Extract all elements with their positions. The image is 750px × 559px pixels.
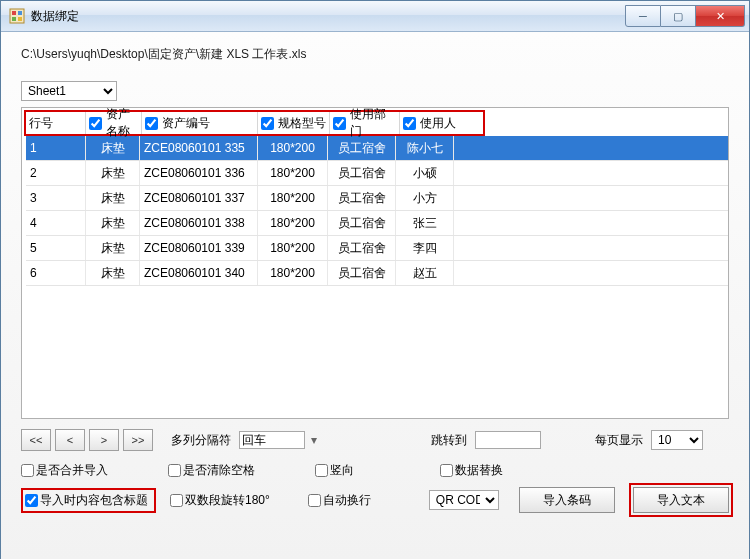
- cell-asset_name: 床垫: [86, 136, 140, 160]
- opt-include-title-frame: 导入时内容包含标题: [21, 488, 156, 513]
- cell-asset_code: ZCE08060101 339: [140, 236, 258, 260]
- table-row[interactable]: 1床垫ZCE08060101 335180*200员工宿舍陈小七: [26, 136, 728, 161]
- opt-include-title[interactable]: 导入时内容包含标题: [25, 492, 148, 509]
- cell-spec: 180*200: [258, 161, 328, 185]
- cell-row_no: 4: [26, 211, 86, 235]
- cell-user: 小硕: [396, 161, 454, 185]
- cell-dept: 员工宿舍: [328, 161, 396, 185]
- nav-prev-button[interactable]: <: [55, 429, 85, 451]
- col-header-spec[interactable]: 规格型号: [258, 112, 330, 134]
- delimiter-input[interactable]: [239, 431, 305, 449]
- col-header-asset-code[interactable]: 资产编号: [142, 112, 258, 134]
- file-path: C:\Users\yuqh\Desktop\固定资产\新建 XLS 工作表.xl…: [21, 46, 729, 63]
- col-label: 资产编号: [162, 115, 210, 132]
- cell-user: 赵五: [396, 261, 454, 285]
- svg-rect-1: [12, 11, 16, 15]
- col-check-user[interactable]: [403, 117, 416, 130]
- cell-user: 张三: [396, 211, 454, 235]
- cell-spec: 180*200: [258, 211, 328, 235]
- cell-asset_name: 床垫: [86, 236, 140, 260]
- import-text-button[interactable]: 导入文本: [633, 487, 729, 513]
- table-row[interactable]: 3床垫ZCE08060101 337180*200员工宿舍小方: [26, 186, 728, 211]
- opt-rotate180[interactable]: 双数段旋转180°: [170, 492, 270, 509]
- cell-asset_name: 床垫: [86, 261, 140, 285]
- table-row[interactable]: 4床垫ZCE08060101 338180*200员工宿舍张三: [26, 211, 728, 236]
- checkbox-include-title[interactable]: [25, 494, 38, 507]
- client-area: C:\Users\yuqh\Desktop\固定资产\新建 XLS 工作表.xl…: [1, 32, 749, 559]
- cell-asset_code: ZCE08060101 335: [140, 136, 258, 160]
- nav-last-button[interactable]: >>: [123, 429, 153, 451]
- cell-row_no: 6: [26, 261, 86, 285]
- opt-merge-import[interactable]: 是否合并导入: [21, 462, 108, 479]
- col-label: 行号: [29, 115, 53, 132]
- cell-dept: 员工宿舍: [328, 186, 396, 210]
- checkbox-merge-import[interactable]: [21, 464, 34, 477]
- table-row[interactable]: 2床垫ZCE08060101 336180*200员工宿舍小硕: [26, 161, 728, 186]
- checkbox-data-replace[interactable]: [440, 464, 453, 477]
- checkbox-clear-space[interactable]: [168, 464, 181, 477]
- cell-spec: 180*200: [258, 186, 328, 210]
- cell-dept: 员工宿舍: [328, 211, 396, 235]
- data-grid: 行号 资产名称 资产编号 规格型号 使用部门: [21, 107, 729, 419]
- svg-rect-4: [18, 17, 22, 21]
- titlebar: 数据绑定 ─ ▢ ✕: [1, 1, 749, 32]
- cell-spec: 180*200: [258, 136, 328, 160]
- cell-row_no: 5: [26, 236, 86, 260]
- cell-dept: 员工宿舍: [328, 236, 396, 260]
- perpage-label: 每页显示: [595, 432, 643, 449]
- opt-data-replace[interactable]: 数据替换: [440, 462, 503, 479]
- cell-asset_name: 床垫: [86, 161, 140, 185]
- app-icon: [9, 8, 25, 24]
- chevron-down-icon[interactable]: ▾: [311, 433, 317, 447]
- col-header-user[interactable]: 使用人: [400, 112, 480, 134]
- maximize-button[interactable]: ▢: [661, 5, 696, 27]
- col-check-spec[interactable]: [261, 117, 274, 130]
- cell-row_no: 2: [26, 161, 86, 185]
- opt-clear-space[interactable]: 是否清除空格: [168, 462, 255, 479]
- opt-auto-wrap[interactable]: 自动换行: [308, 492, 371, 509]
- cell-spec: 180*200: [258, 236, 328, 260]
- checkbox-auto-wrap[interactable]: [308, 494, 321, 507]
- table-row[interactable]: 6床垫ZCE08060101 340180*200员工宿舍赵五: [26, 261, 728, 286]
- app-window: 数据绑定 ─ ▢ ✕ C:\Users\yuqh\Desktop\固定资产\新建…: [0, 0, 750, 559]
- options-row-2: 导入时内容包含标题 双数段旋转180° 自动换行 QR CODE 导入条码 导入…: [21, 489, 729, 511]
- col-header-asset-name[interactable]: 资产名称: [86, 112, 142, 134]
- cell-asset_name: 床垫: [86, 211, 140, 235]
- options-row-1: 是否合并导入 是否清除空格 竖向 数据替换: [21, 459, 729, 481]
- checkbox-rotate180[interactable]: [170, 494, 183, 507]
- window-title: 数据绑定: [31, 8, 625, 25]
- col-label: 使用人: [420, 115, 456, 132]
- col-header-dept[interactable]: 使用部门: [330, 112, 400, 134]
- opt-vertical[interactable]: 竖向: [315, 462, 354, 479]
- nav-row: << < > >> 多列分隔符 ▾ 跳转到 每页显示 10: [21, 429, 729, 451]
- col-label: 规格型号: [278, 115, 326, 132]
- nav-next-button[interactable]: >: [89, 429, 119, 451]
- bottom-panel: << < > >> 多列分隔符 ▾ 跳转到 每页显示 10 是否合并导入: [21, 429, 729, 511]
- sheet-select[interactable]: Sheet1: [21, 81, 117, 101]
- grid-header: 行号 资产名称 资产编号 规格型号 使用部门: [24, 110, 485, 136]
- cell-asset_code: ZCE08060101 336: [140, 161, 258, 185]
- col-check-asset-name[interactable]: [89, 117, 102, 130]
- col-check-asset-code[interactable]: [145, 117, 158, 130]
- cell-dept: 员工宿舍: [328, 136, 396, 160]
- import-barcode-button[interactable]: 导入条码: [519, 487, 615, 513]
- nav-first-button[interactable]: <<: [21, 429, 51, 451]
- cell-row_no: 3: [26, 186, 86, 210]
- minimize-button[interactable]: ─: [625, 5, 661, 27]
- cell-asset_code: ZCE08060101 337: [140, 186, 258, 210]
- table-row[interactable]: 5床垫ZCE08060101 339180*200员工宿舍李四: [26, 236, 728, 261]
- checkbox-vertical[interactable]: [315, 464, 328, 477]
- delimiter-label: 多列分隔符: [171, 432, 231, 449]
- perpage-select[interactable]: 10: [651, 430, 703, 450]
- cell-user: 李四: [396, 236, 454, 260]
- jump-input[interactable]: [475, 431, 541, 449]
- cell-user: 小方: [396, 186, 454, 210]
- col-check-dept[interactable]: [333, 117, 346, 130]
- grid-body: 1床垫ZCE08060101 335180*200员工宿舍陈小七2床垫ZCE08…: [26, 136, 728, 286]
- cell-asset_name: 床垫: [86, 186, 140, 210]
- qr-type-select[interactable]: QR CODE: [429, 490, 499, 510]
- col-header-rowno: 行号: [26, 112, 86, 134]
- cell-asset_code: ZCE08060101 340: [140, 261, 258, 285]
- cell-dept: 员工宿舍: [328, 261, 396, 285]
- close-button[interactable]: ✕: [696, 5, 745, 27]
